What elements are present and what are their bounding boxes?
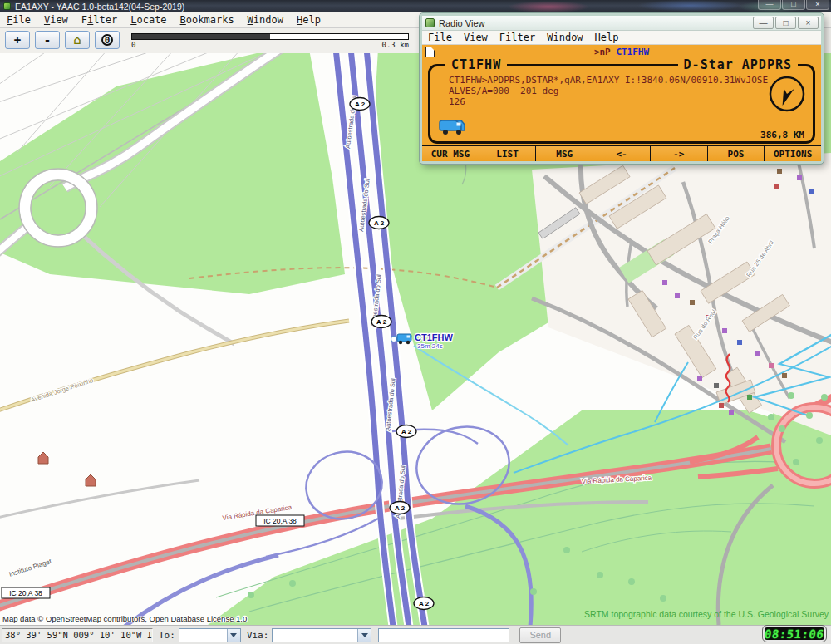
minimize-button[interactable]: — xyxy=(758,0,781,10)
svg-text:A 2: A 2 xyxy=(401,428,412,435)
radio-view-title: Radio View xyxy=(439,18,484,28)
via-combobox-value[interactable] xyxy=(273,629,357,642)
yaac-main-window: EA1AXY - YAAC 1.0-beta142(04-Sep-2019) —… xyxy=(0,0,831,644)
msg-button[interactable]: MSG xyxy=(536,146,593,161)
prev-button[interactable]: <- xyxy=(593,146,651,161)
rv-menu-filter[interactable]: Filter xyxy=(494,32,541,43)
svg-text:Instituto Piaget: Instituto Piaget xyxy=(8,558,53,578)
svg-text:IC 20,A 38: IC 20,A 38 xyxy=(263,517,297,525)
bearing-compass-icon xyxy=(768,75,806,113)
reset-button[interactable]: 0 xyxy=(95,31,120,49)
scale-min-label: 0 xyxy=(131,41,135,49)
menu-window[interactable]: Window xyxy=(241,14,290,26)
menu-file[interactable]: File xyxy=(0,14,37,26)
avenida-road xyxy=(0,321,349,519)
chevron-down-icon xyxy=(230,633,237,637)
cursor-position-field: 38° 39' 59"N 009° 10' 10"W IM58jp xyxy=(2,628,153,642)
message-input[interactable] xyxy=(378,628,509,642)
to-combobox[interactable] xyxy=(179,628,241,642)
rv-minimize-button[interactable]: — xyxy=(753,17,774,29)
svg-text:A 2: A 2 xyxy=(376,318,387,326)
radio-view-icon xyxy=(425,18,435,27)
distance-label: 386,8 KM xyxy=(760,130,804,140)
packet-path-prefix: >nP xyxy=(594,47,617,57)
menu-filter[interactable]: Filter xyxy=(75,14,124,26)
pos-button[interactable]: POS xyxy=(708,146,765,161)
rv-menu-window[interactable]: Window xyxy=(541,32,588,43)
close-button[interactable]: × xyxy=(806,0,829,10)
menu-bookmarks[interactable]: Bookmarks xyxy=(174,14,241,26)
radio-view-menubar: File View Filter Window Help xyxy=(422,31,821,45)
main-window-title: EA1AXY - YAAC 1.0-beta142(04-Sep-2019) xyxy=(15,2,184,12)
vehicle-van-icon xyxy=(439,118,467,136)
main-titlebar[interactable]: EA1AXY - YAAC 1.0-beta142(04-Sep-2019) —… xyxy=(0,0,831,12)
svg-text:IC 20,A 38: IC 20,A 38 xyxy=(9,589,42,597)
menu-locate[interactable]: Locate xyxy=(124,14,173,26)
house-icons xyxy=(38,452,96,486)
radio-view-buttons: CUR MSG LIST MSG <- -> POS OPTIONS xyxy=(422,145,821,161)
zoom-in-button[interactable]: + xyxy=(5,31,30,49)
via-combobox-dropdown[interactable] xyxy=(357,629,371,642)
radio-view-window: Radio View — □ × File View Filter Window… xyxy=(420,13,824,164)
home-icon: ⌂ xyxy=(73,32,81,47)
map-attribution: Map data © OpenStreetMap contributors, O… xyxy=(2,614,247,623)
maximize-button[interactable]: □ xyxy=(782,0,805,10)
clock-time: 08:51:06 xyxy=(764,627,825,641)
frame-mode-label: D-Star APDPRS xyxy=(678,57,798,72)
rv-menu-help[interactable]: Help xyxy=(589,32,625,43)
menu-help[interactable]: Help xyxy=(290,14,327,26)
digital-clock: 08:51:06 xyxy=(763,626,826,642)
srtm-credit: SRTM topographic data courtesy of the U.… xyxy=(584,609,829,619)
via-label: Via: xyxy=(247,630,269,641)
raw-packet-text: CT1FHW>APDPRS,DSTAR*,qAR,EA1AXY-I:!3840.… xyxy=(430,66,813,107)
home-button[interactable]: ⌂ xyxy=(65,31,90,49)
to-label: To: xyxy=(159,630,175,641)
station-age: 35m 24s xyxy=(417,342,443,350)
to-combobox-dropdown[interactable] xyxy=(227,629,240,642)
map-scale: 0 0.3 km xyxy=(131,33,409,40)
rv-menu-view[interactable]: View xyxy=(458,32,494,43)
frame-callsign-label: CT1FHW xyxy=(445,57,507,72)
van-icon xyxy=(397,334,411,344)
chevron-down-icon xyxy=(361,633,368,637)
svg-text:A 2: A 2 xyxy=(395,504,406,512)
svg-text:A 2: A 2 xyxy=(419,600,430,607)
next-button[interactable]: -> xyxy=(651,146,708,161)
via-combobox[interactable] xyxy=(272,628,371,642)
radio-view-body: >nP CT1FHW CT1FHW D-Star APDPRS CT1FHW>A… xyxy=(422,45,821,161)
scale-bar xyxy=(131,33,409,40)
list-button[interactable]: LIST xyxy=(479,146,537,161)
svg-text:A 2: A 2 xyxy=(355,101,366,108)
status-bar: 38° 39' 59"N 009° 10' 10"W IM58jp To: Vi… xyxy=(0,625,831,644)
to-combobox-value[interactable] xyxy=(179,629,227,642)
zero-icon: 0 xyxy=(101,34,113,46)
svg-text:A 2: A 2 xyxy=(374,219,385,227)
yaac-app-icon xyxy=(3,2,11,10)
station-label: CT1FHW xyxy=(415,332,453,342)
menu-view[interactable]: View xyxy=(37,14,75,26)
packet-header-callsign: CT1FHW xyxy=(616,47,649,57)
send-button[interactable]: Send xyxy=(519,627,561,643)
cur-msg-button[interactable]: CUR MSG xyxy=(422,146,479,161)
rv-maximize-button[interactable]: □ xyxy=(775,17,796,29)
options-button[interactable]: OPTIONS xyxy=(765,146,821,161)
svg-text:Avenida Jorge Peixinho: Avenida Jorge Peixinho xyxy=(30,376,95,404)
scale-max-label: 0.3 km xyxy=(381,41,409,49)
rv-close-button[interactable]: × xyxy=(798,17,819,29)
rv-menu-file[interactable]: File xyxy=(422,32,458,43)
station-detail-frame: CT1FHW D-Star APDPRS CT1FHW>APDPRS,DSTAR… xyxy=(428,64,815,144)
document-icon[interactable] xyxy=(425,47,435,57)
radio-view-titlebar[interactable]: Radio View — □ × xyxy=(422,16,821,31)
zoom-out-button[interactable]: - xyxy=(35,31,60,49)
